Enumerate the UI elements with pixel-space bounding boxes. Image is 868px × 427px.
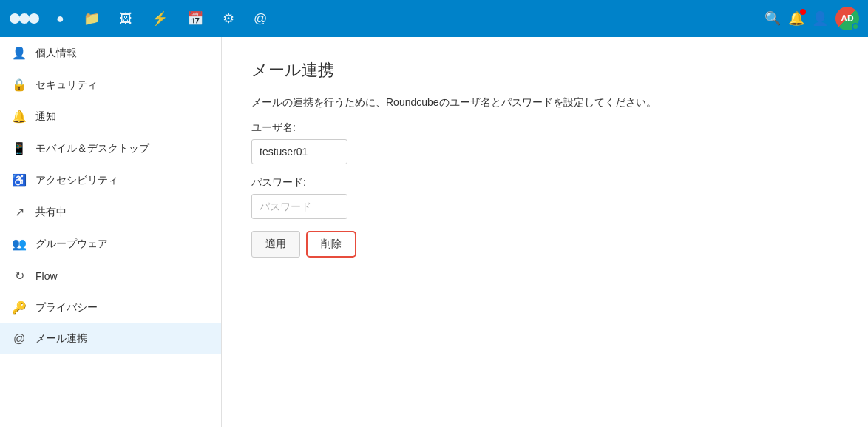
logo[interactable]: [9, 9, 40, 28]
group-icon: 👥: [12, 237, 27, 251]
page-title: メール連携: [251, 59, 838, 81]
share-icon: ↗: [12, 205, 27, 219]
phone-icon: 📱: [12, 141, 27, 155]
sidebar-item-mobile-desktop[interactable]: 📱 モバイル＆デスクトップ: [0, 132, 221, 164]
accessibility-icon: ♿: [12, 173, 27, 187]
sidebar-item-label: プライバシー: [35, 301, 98, 315]
button-row: 適用 削除: [251, 231, 838, 258]
nav-circle-icon[interactable]: ●: [53, 8, 67, 30]
avatar[interactable]: AD: [835, 7, 859, 30]
sidebar-item-security[interactable]: 🔒 セキュリティ: [0, 69, 221, 101]
layout: 👤 個人情報 🔒 セキュリティ 🔔 通知 📱 モバイル＆デスクトップ ♿ アクセ…: [0, 37, 868, 427]
nav-gear-icon[interactable]: ⚙: [220, 7, 237, 30]
person-icon[interactable]: 👤: [812, 10, 828, 27]
svg-point-0: [10, 13, 20, 24]
sidebar-item-personal-info[interactable]: 👤 個人情報: [0, 37, 221, 69]
nav-folder-icon[interactable]: 📁: [81, 7, 103, 30]
password-group: パスワード:: [251, 176, 838, 219]
at-icon: @: [12, 332, 27, 346]
sidebar-item-label: モバイル＆デスクトップ: [35, 142, 149, 155]
sidebar: 👤 個人情報 🔒 セキュリティ 🔔 通知 📱 モバイル＆デスクトップ ♿ アクセ…: [0, 37, 222, 427]
lock-icon: 🔒: [12, 78, 27, 92]
sidebar-item-groupware[interactable]: 👥 グループウェア: [0, 228, 221, 260]
sidebar-item-label: 個人情報: [35, 47, 77, 60]
sidebar-item-accessibility[interactable]: ♿ アクセシビリティ: [0, 164, 221, 196]
sidebar-item-flow[interactable]: ↻ Flow: [0, 260, 221, 292]
nav-image-icon[interactable]: 🖼: [116, 8, 135, 30]
sidebar-item-label: Flow: [35, 270, 58, 282]
sidebar-item-label: メール連携: [35, 332, 87, 346]
nav-bolt-icon[interactable]: ⚡: [149, 7, 171, 30]
sidebar-item-label: 共有中: [35, 206, 67, 219]
bell-icon: 🔔: [12, 110, 27, 124]
nav-at-icon[interactable]: @: [251, 8, 270, 30]
sidebar-item-label: グループウェア: [35, 238, 108, 251]
notification-dot: [800, 9, 806, 15]
description: メールの連携を行うために、Roundcubeのユーザ名とパスワードを設定してくだ…: [251, 96, 838, 110]
sidebar-item-notifications[interactable]: 🔔 通知: [0, 101, 221, 132]
main-content: メール連携 メールの連携を行うために、Roundcubeのユーザ名とパスワードを…: [222, 37, 868, 427]
apply-button[interactable]: 適用: [251, 231, 300, 258]
key-icon: 🔑: [12, 300, 27, 315]
person-icon: 👤: [12, 46, 27, 60]
password-label: パスワード:: [251, 176, 838, 189]
username-group: ユーザ名:: [251, 121, 838, 164]
sidebar-item-sharing[interactable]: ↗ 共有中: [0, 196, 221, 228]
svg-point-1: [19, 13, 30, 24]
sidebar-item-label: 通知: [35, 110, 56, 124]
bell-icon[interactable]: 🔔: [788, 10, 804, 27]
username-input[interactable]: [251, 139, 347, 164]
username-label: ユーザ名:: [251, 121, 838, 135]
sidebar-item-privacy[interactable]: 🔑 プライバシー: [0, 292, 221, 323]
search-icon[interactable]: 🔍: [764, 10, 781, 27]
delete-button[interactable]: 削除: [306, 231, 356, 258]
svg-point-2: [29, 13, 39, 24]
flow-icon: ↻: [12, 269, 27, 283]
sidebar-item-mail-integration[interactable]: @ メール連携: [0, 323, 221, 354]
sidebar-item-label: アクセシビリティ: [35, 174, 118, 187]
sidebar-item-label: セキュリティ: [35, 78, 98, 92]
avatar-initials: AD: [841, 13, 853, 24]
topbar-left: ● 📁 🖼 ⚡ 📅 ⚙ @: [9, 7, 270, 30]
topbar: ● 📁 🖼 ⚡ 📅 ⚙ @ 🔍 🔔 👤 AD: [0, 0, 868, 37]
avatar-status: [852, 23, 859, 30]
topbar-right: 🔍 🔔 👤 AD: [764, 7, 859, 30]
password-input[interactable]: [251, 194, 347, 219]
nav-calendar-icon[interactable]: 📅: [184, 7, 206, 30]
